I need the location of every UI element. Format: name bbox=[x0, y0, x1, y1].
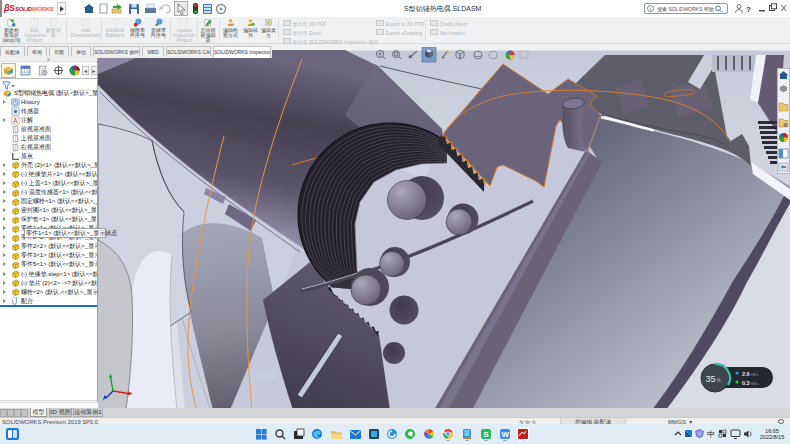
svg-text:0.3: 0.3 bbox=[742, 380, 750, 386]
svg-text:S: S bbox=[483, 430, 489, 439]
svg-text:中: 中 bbox=[707, 430, 715, 439]
svg-text:KB/s: KB/s bbox=[751, 382, 759, 386]
svg-text:%: % bbox=[717, 378, 721, 383]
svg-text:KB/s: KB/s bbox=[751, 373, 759, 377]
svg-text:W: W bbox=[502, 430, 510, 439]
svg-text:2.6: 2.6 bbox=[742, 371, 750, 377]
svg-text:?: ? bbox=[746, 5, 751, 14]
svg-text:35: 35 bbox=[706, 374, 716, 384]
